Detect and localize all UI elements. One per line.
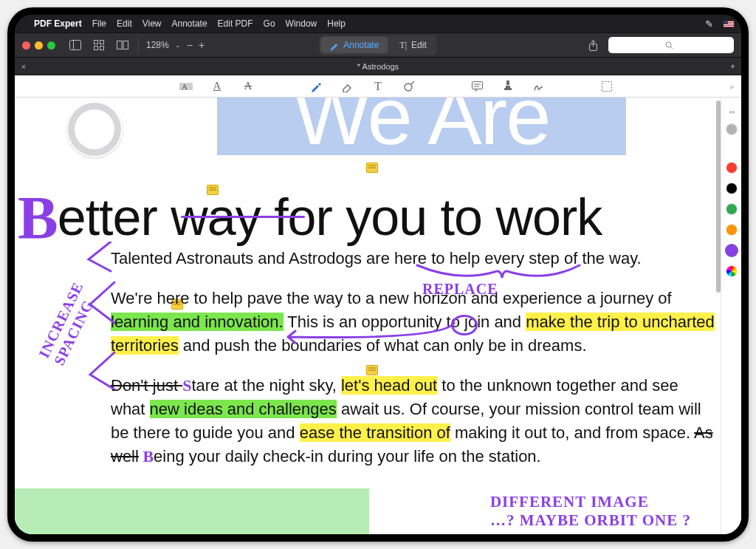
insert-b: B bbox=[139, 447, 154, 466]
svg-text:A: A bbox=[182, 82, 188, 91]
input-flag-icon[interactable] bbox=[724, 21, 734, 27]
document-canvas[interactable]: We Are Better way for you to work Talent… bbox=[15, 98, 721, 534]
search-icon bbox=[665, 41, 673, 50]
grid-view-icon[interactable] bbox=[91, 37, 107, 53]
svg-rect-5 bbox=[100, 47, 104, 50]
device-frame: PDF Expert File Edit View Annotate Edit … bbox=[7, 7, 749, 542]
svg-point-13 bbox=[405, 83, 412, 91]
search-field[interactable] bbox=[608, 37, 734, 53]
tool-pen-icon[interactable] bbox=[308, 78, 324, 95]
note-line-2: …? MAYBE ORBIT ONE ? bbox=[490, 511, 691, 529]
color-swatch-green[interactable] bbox=[726, 204, 737, 214]
mode-annotate-button[interactable]: Annotate bbox=[320, 37, 388, 53]
arrow-insert bbox=[273, 321, 458, 349]
menu-window[interactable]: Window bbox=[286, 18, 317, 29]
tool-strikethrough-icon[interactable]: A bbox=[240, 78, 256, 95]
highlight-yellow: let's head out bbox=[341, 376, 437, 395]
menu-view[interactable]: View bbox=[142, 18, 162, 29]
zoom-control: 128% ⌄ − + bbox=[146, 39, 205, 51]
svg-rect-2 bbox=[94, 41, 98, 44]
mode-switch: Annotate T| Edit bbox=[319, 35, 436, 55]
zoom-percent[interactable]: 128% bbox=[146, 40, 169, 50]
headline-text: etter way for you to work bbox=[58, 188, 602, 246]
window-controls bbox=[22, 41, 55, 50]
highlight-green: learning and innovation. bbox=[111, 313, 284, 331]
panel-drag-icon[interactable]: ⇔ bbox=[726, 108, 737, 114]
menu-edit[interactable]: Edit bbox=[117, 18, 132, 29]
banner-box: We Are bbox=[217, 98, 626, 155]
color-side-panel: ⇔ bbox=[721, 98, 741, 534]
tool-stamp-icon[interactable] bbox=[500, 78, 516, 95]
image-placeholder-highlight bbox=[15, 488, 369, 534]
caret-marks bbox=[81, 242, 126, 392]
color-swatch-purple[interactable] bbox=[726, 245, 737, 256]
fullscreen-window-button[interactable] bbox=[47, 41, 55, 50]
zoom-in-button[interactable]: + bbox=[199, 39, 205, 51]
tool-eraser-icon[interactable] bbox=[339, 78, 355, 95]
menu-annotate[interactable]: Annotate bbox=[172, 18, 207, 29]
progress-ring bbox=[66, 101, 123, 157]
tool-select-area-icon[interactable] bbox=[599, 78, 615, 95]
tool-shape-icon[interactable] bbox=[401, 78, 417, 95]
screen: PDF Expert File Edit View Annotate Edit … bbox=[15, 15, 741, 534]
svg-line-10 bbox=[670, 47, 673, 49]
svg-point-9 bbox=[666, 42, 671, 47]
share-icon[interactable] bbox=[585, 37, 601, 53]
tool-underline-icon[interactable]: A bbox=[209, 78, 225, 95]
tab-title[interactable]: * Astrodogs bbox=[357, 62, 399, 71]
new-tab-button[interactable]: ＋ bbox=[729, 61, 737, 72]
workspace: We Are Better way for you to work Talent… bbox=[15, 98, 741, 534]
highlight-yellow: ease the transition of bbox=[300, 423, 450, 442]
mode-edit-label: Edit bbox=[411, 40, 427, 50]
svg-rect-7 bbox=[123, 41, 128, 50]
menu-file[interactable]: File bbox=[92, 18, 106, 29]
tool-note-icon[interactable] bbox=[469, 78, 485, 95]
tab-close-button[interactable]: × bbox=[15, 62, 32, 71]
tool-signature-icon[interactable] bbox=[531, 78, 547, 95]
annotation-toolbar: A A A T » bbox=[15, 75, 741, 98]
paragraph-3: Don't just Stare at the night sky, let's… bbox=[111, 374, 716, 468]
menu-help[interactable]: Help bbox=[327, 18, 346, 29]
app-toolbar: 128% ⌄ − + Annotate T| Edit bbox=[15, 33, 741, 58]
expand-toolbar-icon[interactable]: » bbox=[729, 82, 734, 91]
toolbar-divider bbox=[138, 38, 139, 52]
color-swatch-red[interactable] bbox=[726, 163, 737, 173]
color-picker-icon[interactable] bbox=[726, 266, 737, 276]
pencil-icon[interactable]: ✎ bbox=[705, 18, 713, 30]
tool-text-icon[interactable]: T bbox=[370, 78, 386, 95]
svg-rect-3 bbox=[100, 41, 104, 44]
svg-rect-6 bbox=[117, 41, 123, 50]
color-swatch-gray[interactable] bbox=[726, 124, 737, 134]
insert-s: S bbox=[182, 376, 191, 395]
color-swatch-black[interactable] bbox=[726, 183, 737, 194]
note-different-image: DIFFERENT IMAGE …? MAYBE ORBIT ONE ? bbox=[490, 493, 691, 530]
tab-bar: × * Astrodogs ＋ bbox=[15, 58, 741, 75]
banner-text: We Are bbox=[294, 98, 550, 157]
app-name[interactable]: PDF Expert bbox=[34, 18, 82, 29]
vertical-scrollbar[interactable] bbox=[715, 98, 721, 534]
headline-initial: B bbox=[18, 183, 58, 253]
highlight-green: new ideas and challenges bbox=[150, 400, 337, 418]
svg-rect-0 bbox=[70, 41, 81, 50]
svg-rect-14 bbox=[472, 81, 482, 89]
zoom-out-button[interactable]: − bbox=[187, 39, 193, 51]
split-view-icon[interactable] bbox=[114, 37, 131, 53]
sticky-note-icon[interactable] bbox=[207, 185, 219, 195]
tool-highlight-text-icon[interactable]: A bbox=[178, 78, 194, 95]
zoom-dropdown-icon[interactable]: ⌄ bbox=[175, 41, 181, 49]
color-swatch-orange[interactable] bbox=[726, 225, 737, 235]
svg-rect-17 bbox=[602, 81, 612, 91]
menu-edit-pdf[interactable]: Edit PDF bbox=[218, 18, 253, 29]
mode-annotate-label: Annotate bbox=[343, 40, 379, 50]
note-line-1: DIFFERENT IMAGE bbox=[490, 493, 649, 511]
sidebar-toggle-icon[interactable] bbox=[67, 37, 83, 53]
minimize-window-button[interactable] bbox=[35, 41, 43, 50]
mode-edit-button[interactable]: T| Edit bbox=[391, 37, 435, 54]
mac-menubar: PDF Expert File Edit View Annotate Edit … bbox=[15, 15, 741, 33]
text-cursor-icon: T| bbox=[399, 40, 407, 51]
sticky-note-icon[interactable] bbox=[366, 163, 378, 173]
close-window-button[interactable] bbox=[22, 41, 30, 50]
menu-go[interactable]: Go bbox=[264, 18, 275, 29]
note-replace: REPLACE bbox=[422, 281, 498, 298]
svg-rect-4 bbox=[94, 47, 98, 50]
